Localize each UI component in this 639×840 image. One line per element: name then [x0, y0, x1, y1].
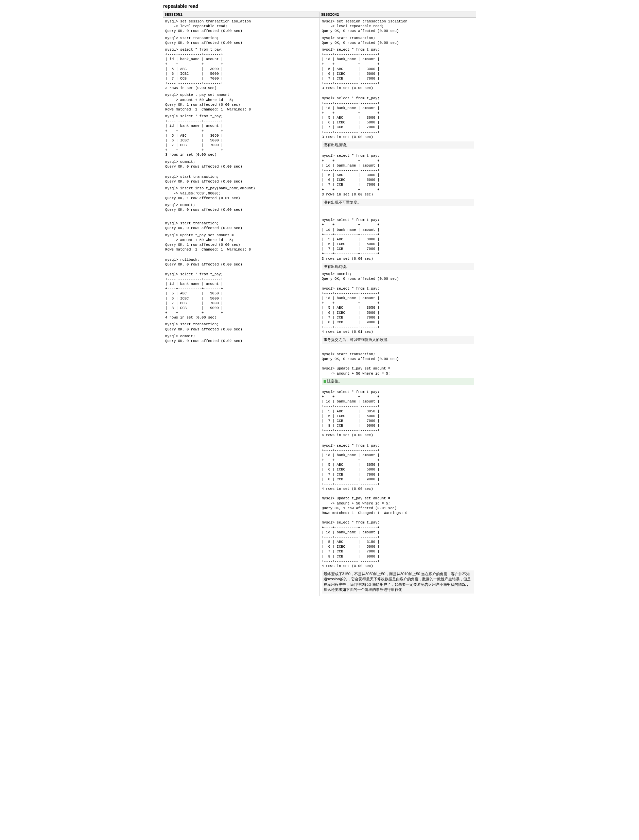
session1-column: SESSION1 mysql> set session transaction …	[163, 12, 320, 596]
sql-block-s2-10: mysql> select * from t_pay; +----+------…	[322, 218, 474, 261]
note-block-s2-4: 没有出现脏读。	[322, 142, 474, 148]
sql-block-s1-15: mysql> rollback; Query OK, 0 rows affect…	[165, 257, 318, 320]
sql-block-s1-5: mysql> commit; Query OK, 0 rows affected…	[165, 159, 318, 169]
blocked-note-text: 阻塞住。	[327, 379, 342, 383]
session2-column: SESSION2 mysql> set session transaction …	[320, 12, 476, 596]
note-block-s2-6: 没有出现不可重复度。	[322, 199, 474, 206]
empty-block-s1-18	[165, 345, 318, 349]
sql-block-s1-13: mysql> update t_pay set amount = -> amou…	[165, 233, 318, 252]
sql-block-s1-9: mysql> commit; Query OK, 0 rows affected…	[165, 203, 318, 212]
sql-block-s2-11: mysql> commit; Query OK, 0 rows affected…	[322, 272, 474, 334]
empty-block-s2-3	[322, 92, 474, 96]
page-title: repeatable read	[163, 3, 476, 9]
session2-content: mysql> set session transaction isolation…	[322, 19, 474, 593]
sql-block-s2-2: mysql> select * from t_pay; +----+------…	[322, 47, 474, 91]
sql-block-s2-6: mysql> select * from t_pay; +----+------…	[322, 153, 474, 197]
empty-block-s1-6	[165, 171, 318, 174]
note-block-s2-10: 没有出现幻读。	[322, 263, 474, 270]
green-indicator-icon	[324, 380, 326, 383]
sql-block-s1-12: mysql> start transaction; Query OK, 0 ro…	[165, 221, 318, 231]
empty-block-s2-5	[322, 150, 474, 153]
sql-block-s1-17: mysql> commit; Query OK, 0 rows affected…	[165, 334, 318, 344]
empty-block-s2-7	[322, 207, 474, 211]
blocked-note-s2-14: 阻塞住。	[322, 378, 474, 385]
empty-block-s1-10	[165, 214, 318, 218]
empty-block-s2-15	[322, 386, 474, 390]
empty-block-s2-13	[322, 348, 474, 352]
sql-block-s2-16: mysql> select * from t_pay; +----+------…	[322, 390, 474, 438]
sql-block-s2-14: mysql> start transaction; Query OK, 0 ro…	[322, 352, 474, 376]
note-block-s2-18: 最终变成了3150，不是从3050加上50，而是从3010加上50 当在客户的角…	[322, 570, 474, 593]
sessions-container: SESSION1 mysql> set session transaction …	[163, 11, 476, 596]
empty-block-s2-8	[322, 211, 474, 214]
sql-block-s2-4: mysql> select * from t_pay; +----+------…	[322, 96, 474, 139]
sql-block-s1-4: mysql> select * from t_pay; +----+------…	[165, 114, 318, 158]
empty-block-s2-9	[322, 214, 474, 218]
empty-block-s1-14	[165, 254, 318, 257]
session1-header: SESSION1	[163, 12, 320, 18]
sql-block-s1-3: mysql> update t_pay set amount = -> amou…	[165, 92, 318, 112]
session2-header: SESSION2	[320, 12, 476, 18]
empty-block-s1-11	[165, 218, 318, 221]
sql-block-s2-18: mysql> select * from t_pay; +----+------…	[322, 443, 474, 568]
sql-block-s1-0: mysql> set session transaction isolation…	[165, 19, 318, 33]
sql-block-s1-16: mysql> start transaction; Query OK, 0 ro…	[165, 322, 318, 331]
note-block-s2-11: 事务提交之后，可以查到新插入的数据。	[322, 336, 474, 344]
sql-block-s2-0: mysql> set session transaction isolation…	[322, 19, 474, 33]
sql-block-s1-1: mysql> start transaction; Query OK, 0 ro…	[165, 36, 318, 45]
sql-block-s1-2: mysql> select * from t_pay; +----+------…	[165, 47, 318, 91]
empty-block-s2-17	[322, 440, 474, 443]
empty-block-s2-12	[322, 345, 474, 348]
sql-block-s1-7: mysql> start transaction; Query OK, 0 ro…	[165, 174, 318, 184]
session1-content: mysql> set session transaction isolation…	[165, 19, 318, 349]
sql-block-s1-8: mysql> insert into t_pay(bank_name,amoun…	[165, 186, 318, 200]
sql-block-s2-1: mysql> start transaction; Query OK, 0 ro…	[322, 36, 474, 45]
